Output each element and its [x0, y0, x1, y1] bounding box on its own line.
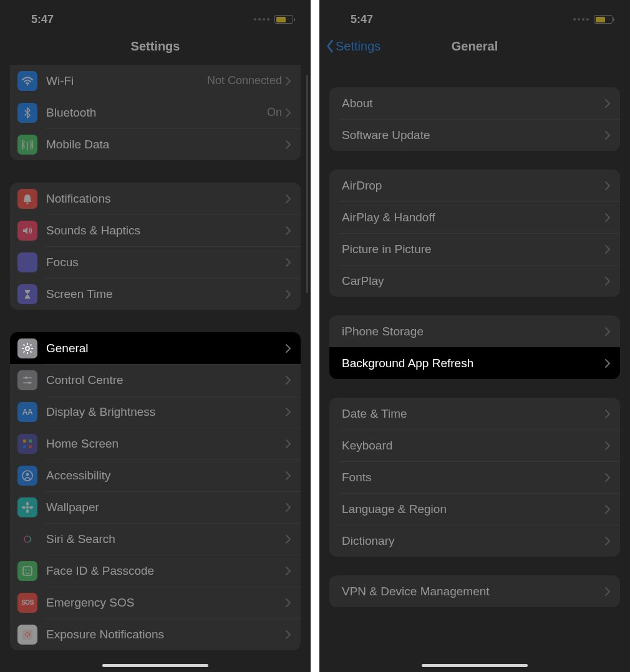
scrollbar[interactable]: [306, 75, 308, 293]
row-dictionary[interactable]: Dictionary: [329, 525, 620, 557]
group-datetime: Date & TimeKeyboardFontsLanguage & Regio…: [329, 398, 620, 557]
row-keyboard[interactable]: Keyboard: [329, 430, 620, 461]
status-time: 5:47: [31, 13, 54, 26]
row-airplay[interactable]: AirPlay & Handoff: [329, 201, 620, 233]
row-label: Background App Refresh: [342, 357, 605, 370]
row-label: About: [342, 97, 605, 110]
row-software-update[interactable]: Software Update: [329, 119, 620, 151]
svg-point-14: [28, 382, 31, 384]
row-bg-app-refresh[interactable]: Background App Refresh: [329, 347, 620, 379]
chevron-right-icon: [286, 194, 291, 203]
chevron-right-icon: [286, 376, 291, 385]
row-faceid[interactable]: Face ID & Passcode: [10, 555, 301, 587]
chevron-right-icon: [286, 344, 291, 353]
row-wallpaper[interactable]: Wallpaper: [10, 491, 301, 523]
settings-list[interactable]: Wi-FiNot ConnectedBluetoothOnMobile Data…: [0, 62, 311, 672]
chevron-right-icon: [286, 471, 291, 480]
row-carplay[interactable]: CarPlay: [329, 265, 620, 297]
row-label: Focus: [46, 256, 286, 269]
row-sos[interactable]: SOSEmergency SOS: [10, 587, 301, 618]
status-right: [254, 15, 293, 24]
wifi-icon: [17, 71, 37, 91]
chevron-right-icon: [605, 181, 610, 190]
row-label: Mobile Data: [46, 138, 286, 151]
row-label: VPN & Device Management: [342, 585, 605, 598]
row-accessibility[interactable]: Accessibility: [10, 459, 301, 491]
svg-rect-28: [23, 567, 32, 575]
row-date-time[interactable]: Date & Time: [329, 398, 620, 430]
row-language-region[interactable]: Language & Region: [329, 493, 620, 525]
row-label: Fonts: [342, 471, 605, 484]
row-about[interactable]: About: [329, 87, 620, 119]
row-label: Notifications: [46, 192, 286, 206]
row-label: AirPlay & Handoff: [342, 211, 605, 224]
row-label: Exposure Notifications: [46, 628, 286, 641]
row-screen-time[interactable]: Screen Time: [10, 278, 301, 310]
home-screen-icon: [17, 434, 37, 454]
chevron-right-icon: [286, 226, 291, 235]
mobile-data-icon: [17, 135, 37, 155]
bluetooth-icon: [17, 103, 37, 123]
row-sounds[interactable]: Sounds & Haptics: [10, 214, 301, 246]
svg-point-25: [29, 506, 33, 509]
status-bar: 5:47: [319, 0, 630, 30]
back-button[interactable]: Settings: [326, 39, 380, 54]
focus-icon: [17, 252, 37, 272]
row-notifications[interactable]: Notifications: [10, 183, 301, 214]
row-focus[interactable]: Focus: [10, 246, 301, 278]
row-label: AirDrop: [342, 179, 605, 193]
signal-icon: [573, 18, 589, 21]
faceid-icon: [17, 561, 37, 581]
row-value: Not Connected: [207, 74, 282, 87]
notifications-icon: [17, 189, 37, 209]
chevron-right-icon: [605, 505, 610, 514]
row-siri[interactable]: Siri & Search: [10, 523, 301, 555]
svg-line-9: [24, 351, 25, 352]
group-vpn: VPN & Device Management: [329, 575, 620, 607]
row-label: Screen Time: [46, 287, 286, 301]
chevron-right-icon: [286, 503, 291, 512]
row-airdrop[interactable]: AirDrop: [329, 170, 620, 201]
general-list[interactable]: AboutSoftware Update AirDropAirPlay & Ha…: [319, 62, 630, 672]
settings-screen: 5:47 Settings Wi-FiNot ConnectedBluetoot…: [0, 0, 311, 672]
home-indicator[interactable]: [422, 664, 528, 667]
row-vpn[interactable]: VPN & Device Management: [329, 575, 620, 607]
group-storage: iPhone StorageBackground App Refresh: [329, 315, 620, 379]
row-home-screen[interactable]: Home Screen: [10, 428, 301, 459]
chevron-right-icon: [286, 439, 291, 448]
chevron-right-icon: [286, 290, 291, 299]
row-value: On: [267, 106, 282, 119]
row-control-centre[interactable]: Control Centre: [10, 364, 301, 396]
row-label: Date & Time: [342, 407, 605, 421]
home-indicator[interactable]: [102, 664, 208, 667]
row-bluetooth[interactable]: BluetoothOn: [10, 97, 301, 128]
row-label: Wallpaper: [46, 501, 286, 514]
svg-point-24: [22, 506, 26, 509]
svg-point-12: [25, 377, 27, 379]
chevron-right-icon: [605, 441, 610, 450]
row-fonts[interactable]: Fonts: [329, 461, 620, 493]
row-general[interactable]: General: [10, 332, 301, 364]
row-display[interactable]: AADisplay & Brightness: [10, 396, 301, 428]
row-label: Keyboard: [342, 439, 605, 453]
chevron-right-icon: [605, 537, 610, 545]
svg-point-29: [26, 569, 27, 570]
chevron-right-icon: [605, 213, 610, 222]
chevron-right-icon: [605, 359, 610, 368]
row-mobile-data[interactable]: Mobile Data: [10, 128, 301, 160]
svg-point-23: [26, 509, 29, 513]
row-iphone-storage[interactable]: iPhone Storage: [329, 315, 620, 347]
row-exposure[interactable]: Exposure Notifications: [10, 618, 301, 650]
svg-point-22: [26, 502, 29, 506]
row-pip[interactable]: Picture in Picture: [329, 233, 620, 265]
row-label: Emergency SOS: [46, 596, 286, 610]
chevron-right-icon: [286, 140, 291, 149]
svg-rect-15: [23, 439, 26, 443]
chevron-right-icon: [286, 567, 291, 575]
chevron-right-icon: [605, 587, 610, 596]
svg-rect-31: [22, 630, 32, 640]
chevron-right-icon: [605, 131, 610, 140]
chevron-right-icon: [286, 108, 291, 117]
row-wifi[interactable]: Wi-FiNot Connected: [10, 65, 301, 97]
accessibility-icon: [17, 466, 37, 486]
